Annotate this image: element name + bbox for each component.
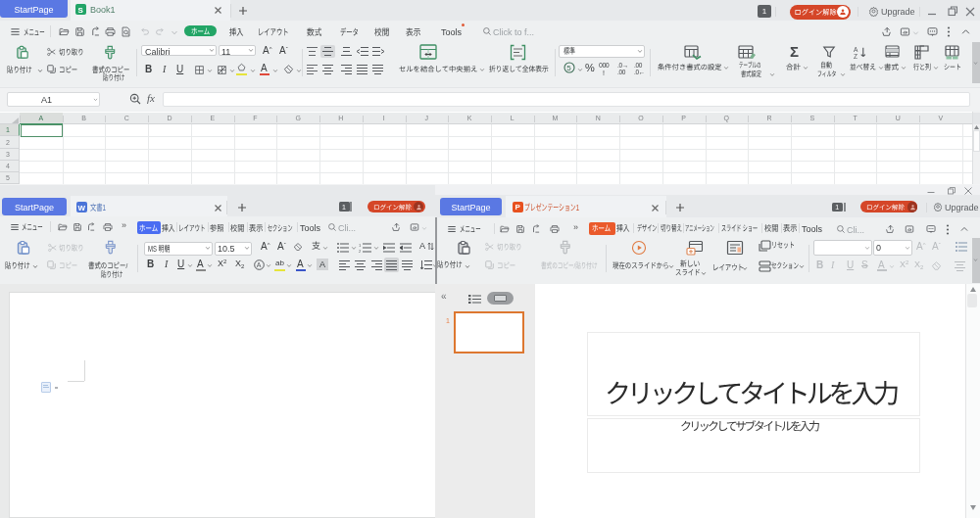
svg-text:5: 5 [566,64,571,72]
svg-text:A: A [257,261,262,268]
svg-text:2: 2 [359,249,362,253]
svg-text:1: 1 [359,243,362,248]
